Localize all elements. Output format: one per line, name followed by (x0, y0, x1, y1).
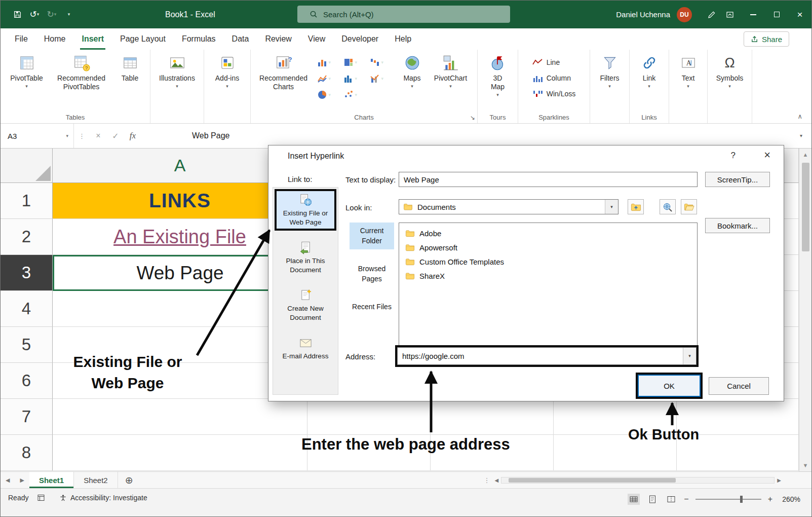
tab-data[interactable]: Data (224, 28, 257, 50)
text-button[interactable]: A Text ▾ (673, 51, 704, 110)
scroll-down-arrow[interactable]: ▼ (799, 459, 811, 471)
dialog-close-button[interactable]: × (764, 149, 770, 162)
tab-formulas[interactable]: Formulas (174, 28, 224, 50)
undo-button[interactable]: ↺ ▾ (28, 7, 41, 23)
charts-dialog-launcher[interactable]: ↘ (470, 114, 475, 121)
folder-item-sharex[interactable]: ShareX (399, 269, 697, 283)
insert-hierarchy-chart-button[interactable]: ▾ (341, 55, 367, 69)
select-all-corner[interactable] (1, 149, 53, 183)
cell-b7[interactable] (307, 399, 431, 435)
zoom-in-button[interactable]: + (768, 495, 772, 504)
link-to-place-in-document-option[interactable]: Place in This Document (275, 237, 336, 278)
browsed-pages-button[interactable]: Browsed Pages (350, 261, 394, 287)
prev-sheet-button[interactable]: ◀ (1, 472, 15, 488)
row-header-3[interactable]: 3 (1, 255, 53, 291)
zoom-out-button[interactable]: − (684, 495, 688, 504)
ok-button[interactable]: OK (638, 375, 701, 397)
link-to-create-new-document-option[interactable]: Create New Document (275, 284, 336, 326)
row-header-5[interactable]: 5 (1, 327, 53, 363)
cell-a8[interactable] (53, 435, 307, 471)
macro-record-button[interactable] (37, 494, 45, 502)
look-in-dropdown-button[interactable]: ▾ (605, 200, 618, 214)
cell-e7[interactable] (677, 399, 799, 435)
recommended-charts-button[interactable]: ? Recommended Charts (255, 51, 312, 110)
add-ins-button[interactable]: Add-ins ▾ (207, 51, 248, 110)
insert-statistic-chart-button[interactable]: ▾ (341, 71, 367, 86)
row-header-1[interactable]: 1 (1, 183, 53, 219)
cancel-button[interactable]: Cancel (709, 377, 769, 395)
sparkline-column-button[interactable]: Column (532, 71, 576, 85)
avatar[interactable]: DU (677, 7, 692, 22)
recent-files-button[interactable]: Recent Files (350, 299, 394, 316)
name-box[interactable]: A3 ▾ (1, 124, 74, 148)
sparkline-line-button[interactable]: Line (532, 56, 576, 69)
bookmark-button[interactable]: Bookmark... (705, 218, 770, 233)
text-to-display-input[interactable]: Web Page (399, 172, 698, 187)
link-button[interactable]: Link ▾ (633, 51, 666, 110)
sparkline-winloss-button[interactable]: Win/Loss (532, 87, 576, 100)
current-folder-button[interactable]: Current Folder (350, 223, 394, 249)
folder-item-apowersoft[interactable]: Apowersoft (399, 240, 697, 254)
new-sheet-button[interactable]: ⊕ (118, 472, 140, 488)
recommended-pivottables-button[interactable]: ? Recommended PivotTables (51, 51, 112, 110)
tab-sheet2[interactable]: Sheet2 (74, 472, 118, 488)
pivotchart-button[interactable]: PivotChart ▾ (429, 51, 473, 110)
user-name[interactable]: Daniel Uchenna (616, 10, 670, 19)
browse-file-button[interactable] (681, 199, 697, 214)
confirm-entry-button[interactable]: ✓ (107, 131, 124, 141)
dialog-help-button[interactable]: ? (731, 151, 736, 161)
horizontal-scroll-thumb[interactable] (509, 478, 676, 483)
cell-c7[interactable] (431, 399, 554, 435)
address-dropdown-button[interactable]: ▾ (683, 348, 696, 364)
next-sheet-button[interactable]: ▶ (15, 472, 29, 488)
cell-e8[interactable] (677, 435, 799, 471)
tab-file[interactable]: File (7, 28, 36, 50)
cell-a7[interactable] (53, 399, 307, 435)
horizontal-scrollbar[interactable] (501, 477, 775, 484)
draw-pen-button[interactable] (705, 7, 718, 23)
name-box-resize-handle[interactable]: ⋮ (74, 132, 90, 140)
search-input[interactable]: Search (Alt+Q) (297, 6, 510, 23)
tab-help[interactable]: Help (386, 28, 419, 50)
vertical-scrollbar[interactable]: ▲ ▼ (799, 149, 811, 471)
link-to-existing-file-option[interactable]: Existing File or Web Page (275, 189, 336, 231)
link-to-email-address-option[interactable]: E-mail Address (275, 332, 336, 365)
page-layout-view-button[interactable] (646, 494, 659, 505)
table-button[interactable]: Table (112, 51, 148, 110)
tab-view[interactable]: View (300, 28, 333, 50)
customize-quick-access-button[interactable]: ▾ (62, 7, 75, 23)
zoom-slider-thumb[interactable] (740, 496, 743, 503)
insert-line-chart-button[interactable]: ▾ (315, 71, 340, 86)
scroll-left-arrow[interactable]: ◀ (495, 477, 499, 483)
expand-formula-bar-button[interactable]: ▾ (791, 133, 811, 138)
scroll-right-arrow[interactable]: ▶ (777, 477, 781, 483)
formula-bar-content[interactable]: Web Page (141, 131, 791, 140)
folder-item-custom-office-templates[interactable]: Custom Office Templates (399, 254, 697, 269)
tab-review[interactable]: Review (257, 28, 299, 50)
screentip-button[interactable]: ScreenTip... (705, 172, 770, 187)
row-header-8[interactable]: 8 (1, 435, 53, 471)
close-button[interactable]: × (788, 1, 811, 28)
tab-insert[interactable]: Insert (73, 28, 112, 50)
look-in-dropdown[interactable]: Documents ▾ (399, 199, 618, 214)
collapse-ribbon-button[interactable]: ∧ (797, 113, 802, 120)
illustrations-button[interactable]: Illustrations ▾ (152, 51, 202, 110)
insert-scatter-chart-button[interactable]: ▾ (341, 88, 367, 102)
symbols-button[interactable]: Ω Symbols ▾ (711, 51, 749, 110)
insert-pie-chart-button[interactable]: ▾ (315, 88, 340, 102)
ribbon-display-options-button[interactable] (718, 1, 742, 28)
cell-d7[interactable] (554, 399, 677, 435)
address-input[interactable]: https://google.com ▾ (397, 347, 697, 365)
tab-developer[interactable]: Developer (333, 28, 386, 50)
tab-sheet1[interactable]: Sheet1 (29, 472, 74, 488)
browse-web-button[interactable] (660, 199, 676, 214)
three-d-map-button[interactable]: 3D Map ▾ (481, 51, 515, 110)
row-header-4[interactable]: 4 (1, 291, 53, 327)
cell-d8[interactable] (554, 435, 677, 471)
tab-page-layout[interactable]: Page Layout (112, 28, 174, 50)
normal-view-button[interactable] (628, 494, 640, 505)
save-button[interactable] (11, 7, 24, 23)
redo-button[interactable]: ↻ ▾ (45, 7, 58, 23)
insert-function-button[interactable]: fx (124, 131, 141, 141)
row-header-6[interactable]: 6 (1, 363, 53, 399)
